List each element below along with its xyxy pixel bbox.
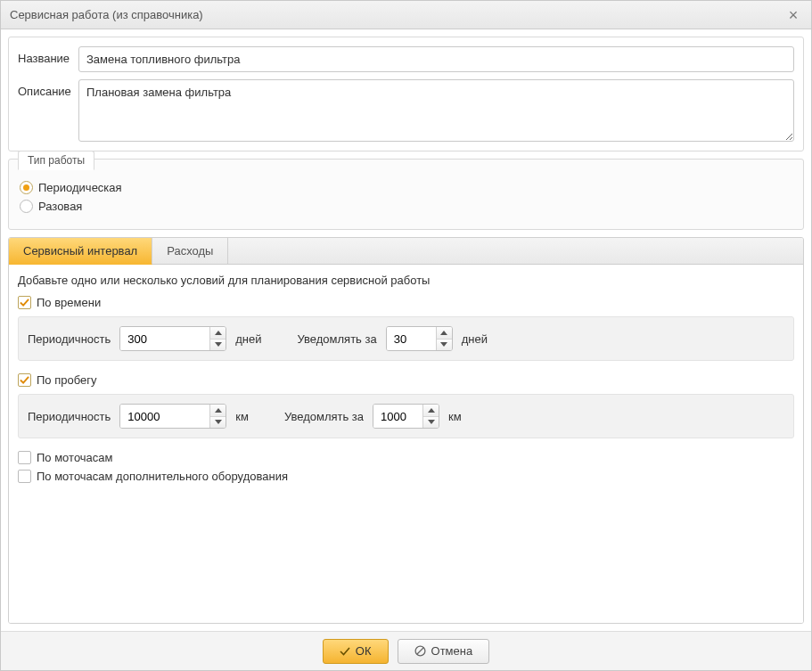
radio-periodic-label: Периодическая: [38, 181, 122, 194]
tab-row: Сервисный интервал Расходы: [9, 238, 803, 265]
checkbox-by-mileage-label: По пробегу: [37, 373, 96, 387]
radio-onetime-row[interactable]: Разовая: [20, 200, 792, 213]
radio-periodic-row[interactable]: Периодическая: [20, 181, 792, 194]
titlebar: Сервисная работа (из справочника) ×: [1, 1, 811, 29]
spin-down-button[interactable]: [437, 340, 452, 351]
spinner-buttons: [209, 405, 226, 428]
work-type-legend: Тип работы: [18, 151, 94, 170]
mileage-period-input[interactable]: [120, 405, 209, 428]
tabs-host: Сервисный интервал Расходы Добавьте одно…: [8, 237, 804, 624]
time-notify-unit: дней: [462, 332, 488, 346]
checkbox-by-engine-hours[interactable]: [18, 451, 31, 464]
time-period-unit: дней: [235, 332, 261, 346]
mileage-period-label: Периодичность: [28, 410, 111, 423]
mileage-period-unit: км: [235, 410, 249, 423]
radio-onetime-label: Разовая: [38, 200, 82, 213]
spinner-buttons: [436, 327, 452, 350]
spin-up-button[interactable]: [210, 327, 226, 340]
chevron-up-icon: [428, 408, 435, 413]
radio-onetime[interactable]: [20, 200, 33, 213]
chevron-up-icon: [215, 331, 222, 335]
radio-dot-icon: [23, 184, 29, 191]
checkbox-by-time-row[interactable]: По времени: [18, 296, 794, 309]
radio-periodic[interactable]: [20, 181, 33, 194]
time-notify-spinner[interactable]: [386, 326, 453, 351]
time-interval-block: Периодичность дней Уведомлять за: [18, 316, 794, 361]
checkbox-by-mileage[interactable]: [18, 373, 31, 387]
window-title: Сервисная работа (из справочника): [10, 8, 203, 21]
check-icon: [20, 471, 29, 481]
spin-down-button[interactable]: [210, 340, 226, 351]
close-icon[interactable]: ×: [784, 7, 802, 23]
ok-button-label: ОК: [356, 644, 372, 658]
mileage-notify-unit: км: [448, 410, 462, 423]
spin-up-button[interactable]: [210, 405, 226, 417]
ok-button[interactable]: ОК: [323, 639, 389, 664]
tab-costs[interactable]: Расходы: [152, 238, 228, 264]
description-row: Описание Плановая замена фильтра: [18, 79, 794, 142]
time-period-label: Периодичность: [28, 332, 111, 346]
spin-down-button[interactable]: [210, 417, 226, 429]
name-label: Название: [18, 46, 78, 65]
dialog-footer: ОК Отмена: [1, 631, 811, 670]
checkbox-by-time[interactable]: [18, 296, 31, 309]
mileage-interval-block: Периодичность км Уведомлять за: [18, 394, 794, 438]
tab-body-interval: Добавьте одно или несколько условий для …: [9, 265, 803, 623]
name-row: Название: [18, 46, 794, 72]
dialog-service-work: Сервисная работа (из справочника) × Назв…: [0, 0, 812, 671]
content-area: Название Описание Плановая замена фильтр…: [1, 29, 811, 631]
work-type-fieldset: Тип работы Периодическая Разовая: [8, 159, 804, 230]
time-notify-input[interactable]: [387, 327, 436, 350]
time-period-input[interactable]: [120, 327, 209, 350]
checkbox-by-mileage-row[interactable]: По пробегу: [18, 373, 794, 387]
check-icon: [20, 298, 29, 307]
chevron-up-icon: [215, 408, 222, 413]
tab-service-interval[interactable]: Сервисный интервал: [9, 238, 152, 265]
description-label: Описание: [18, 79, 78, 98]
spinner-buttons: [209, 327, 226, 350]
chevron-down-icon: [215, 420, 222, 424]
spin-up-button[interactable]: [437, 327, 452, 340]
spinner-buttons: [422, 405, 439, 428]
mileage-notify-spinner[interactable]: [373, 404, 439, 429]
chevron-down-icon: [440, 342, 447, 347]
spin-up-button[interactable]: [423, 405, 439, 417]
checkbox-by-engine-hours-label: По моточасам: [37, 451, 113, 464]
cancel-icon: [414, 645, 426, 657]
checkbox-by-equip-hours[interactable]: [18, 470, 31, 483]
check-icon: [20, 375, 29, 385]
time-period-spinner[interactable]: [119, 326, 226, 351]
cancel-button[interactable]: Отмена: [398, 639, 490, 664]
cancel-button-label: Отмена: [431, 644, 473, 658]
chevron-down-icon: [428, 420, 435, 424]
mileage-period-spinner[interactable]: [119, 404, 226, 429]
description-input[interactable]: Плановая замена фильтра: [78, 79, 794, 142]
svg-line-1: [417, 648, 423, 654]
chevron-down-icon: [215, 342, 222, 347]
check-icon: [340, 646, 350, 657]
mileage-notify-input[interactable]: [373, 405, 422, 428]
name-input[interactable]: [78, 46, 794, 72]
interval-help-text: Добавьте одно или несколько условий для …: [18, 274, 794, 287]
check-icon: [20, 453, 29, 462]
spin-down-button[interactable]: [423, 417, 439, 429]
checkbox-by-equip-hours-label: По моточасам дополнительного оборудовани…: [37, 470, 288, 483]
checkbox-by-equip-hours-row[interactable]: По моточасам дополнительного оборудовани…: [18, 470, 794, 483]
basic-info-section: Название Описание Плановая замена фильтр…: [8, 37, 804, 151]
checkbox-by-engine-hours-row[interactable]: По моточасам: [18, 451, 794, 464]
mileage-notify-label: Уведомлять за: [284, 410, 364, 423]
chevron-up-icon: [440, 331, 447, 335]
checkbox-by-time-label: По времени: [37, 296, 101, 309]
time-notify-label: Уведомлять за: [298, 332, 377, 346]
